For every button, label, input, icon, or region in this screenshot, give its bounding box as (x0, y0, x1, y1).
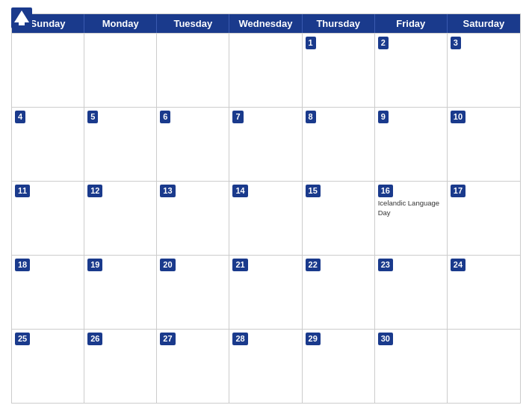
week-row-4: 18192021222324 (12, 255, 520, 329)
day-cell: 19 (84, 256, 157, 329)
calendar-grid: SundayMondayTuesdayWednesdayThursdayFrid… (11, 13, 521, 404)
day-header-wednesday: Wednesday (229, 14, 302, 33)
day-header-monday: Monday (84, 14, 157, 33)
day-cell: 12 (84, 182, 157, 255)
day-cell: 15 (303, 182, 375, 255)
day-cell (84, 34, 157, 107)
day-number: 4 (15, 111, 25, 123)
day-number: 27 (160, 333, 175, 345)
day-cell: 30 (375, 330, 448, 403)
day-cell: 23 (375, 256, 448, 329)
day-number: 6 (160, 111, 170, 123)
week-row-5: 252627282930 (12, 329, 520, 403)
day-number: 30 (378, 333, 393, 345)
day-number: 1 (306, 37, 316, 49)
day-cell: 1 (303, 34, 375, 107)
day-number: 7 (232, 111, 243, 123)
calendar-container: SundayMondayTuesdayWednesdayThursdayFrid… (0, 0, 532, 411)
day-number: 8 (306, 111, 316, 123)
day-cell: 22 (303, 256, 375, 329)
day-number: 13 (160, 185, 175, 197)
day-header-friday: Friday (375, 14, 448, 33)
day-cell: 13 (157, 182, 229, 255)
day-cell: 11 (12, 182, 84, 255)
day-number: 29 (306, 333, 321, 345)
day-cell: 16Icelandic Language Day (375, 182, 448, 255)
day-number: 19 (87, 259, 102, 271)
day-number: 26 (87, 333, 102, 345)
day-number: 23 (378, 259, 393, 271)
day-number: 5 (87, 111, 98, 123)
week-row-2: 45678910 (12, 107, 520, 181)
day-cell: 29 (303, 330, 375, 403)
day-number: 12 (87, 185, 102, 197)
day-number: 17 (451, 185, 466, 197)
day-number: 16 (378, 185, 393, 197)
day-number: 28 (232, 333, 247, 345)
event-label: Icelandic Language Day (378, 199, 444, 217)
day-number: 9 (378, 111, 389, 123)
day-header-saturday: Saturday (448, 14, 520, 33)
day-cell: 14 (229, 182, 302, 255)
week-row-3: 111213141516Icelandic Language Day17 (12, 181, 520, 255)
day-cell (448, 330, 520, 403)
day-cell: 25 (12, 330, 84, 403)
day-number: 24 (451, 259, 466, 271)
day-number: 15 (306, 185, 321, 197)
day-number: 3 (451, 37, 461, 49)
day-number: 11 (15, 185, 30, 197)
day-number: 22 (306, 259, 321, 271)
day-number: 14 (232, 185, 247, 197)
svg-rect-2 (19, 21, 25, 25)
weeks-container: 12345678910111213141516Icelandic Languag… (12, 33, 520, 403)
day-cell (229, 34, 302, 107)
day-headers-row: SundayMondayTuesdayWednesdayThursdayFrid… (12, 14, 520, 33)
day-number: 2 (378, 37, 389, 49)
day-cell (157, 34, 229, 107)
day-cell: 3 (448, 34, 520, 107)
week-row-1: 123 (12, 33, 520, 107)
day-cell: 2 (375, 34, 448, 107)
day-cell: 10 (448, 108, 520, 181)
day-cell: 5 (84, 108, 157, 181)
day-cell (12, 34, 84, 107)
day-number: 10 (451, 111, 466, 123)
day-number: 21 (232, 259, 247, 271)
day-cell: 24 (448, 256, 520, 329)
day-cell: 28 (229, 330, 302, 403)
day-header-tuesday: Tuesday (157, 14, 229, 33)
day-cell: 27 (157, 330, 229, 403)
logo-icon (11, 7, 32, 28)
day-cell: 17 (448, 182, 520, 255)
day-cell: 20 (157, 256, 229, 329)
day-cell: 9 (375, 108, 448, 181)
day-cell: 6 (157, 108, 229, 181)
day-cell: 8 (303, 108, 375, 181)
day-cell: 4 (12, 108, 84, 181)
day-header-thursday: Thursday (303, 14, 375, 33)
day-number: 25 (15, 333, 30, 345)
day-number: 18 (15, 259, 30, 271)
day-cell: 26 (84, 330, 157, 403)
day-number: 20 (160, 259, 175, 271)
day-cell: 18 (12, 256, 84, 329)
day-cell: 7 (229, 108, 302, 181)
day-cell: 21 (229, 256, 302, 329)
logo (11, 7, 35, 28)
